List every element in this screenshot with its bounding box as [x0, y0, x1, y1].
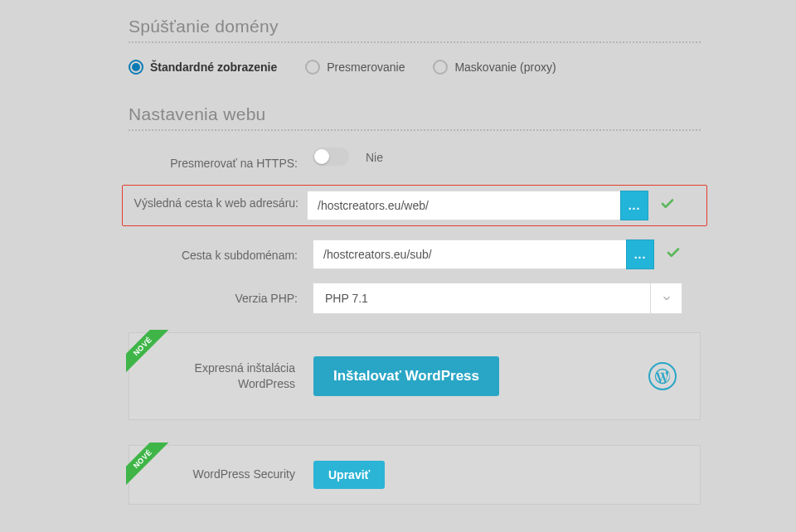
radio-mask[interactable]: Maskovanie (proxy): [433, 60, 556, 75]
row-php-version: Verzia PHP: PHP 7.1: [129, 283, 701, 314]
divider: [129, 41, 701, 43]
https-toggle[interactable]: [313, 148, 349, 166]
label-https: Presmerovať na HTTPS:: [129, 148, 313, 172]
box-wp-security: NOVÉ WordPress Security Upraviť: [129, 445, 701, 505]
divider: [129, 129, 701, 131]
radio-bullet-icon: [129, 60, 143, 75]
sub-path-input[interactable]: [313, 239, 626, 269]
web-path-input[interactable]: [307, 191, 620, 220]
row-https: Presmerovať na HTTPS: Nie: [129, 148, 701, 172]
radio-label: Presmerovanie: [327, 60, 405, 74]
install-wordpress-button[interactable]: Inštalovať WordPress: [313, 356, 499, 396]
label-wp-install: Expresná inštalácia WordPress: [153, 360, 313, 392]
wp-security-edit-button[interactable]: Upraviť: [313, 461, 385, 489]
check-icon: [655, 196, 675, 214]
sub-path-browse-button[interactable]: ...: [626, 239, 654, 269]
radio-bullet-icon: [305, 60, 320, 75]
box-wp-install: NOVÉ Expresná inštalácia WordPress Inšta…: [129, 332, 701, 420]
php-version-select[interactable]: PHP 7.1: [313, 283, 682, 314]
section-title-websettings: Nastavenia webu: [129, 104, 701, 124]
radio-bullet-icon: [433, 60, 448, 75]
check-icon: [661, 245, 681, 263]
label-php: Verzia PHP:: [129, 283, 313, 307]
ribbon-new: NOVÉ: [126, 330, 172, 376]
radio-standard[interactable]: Štandardné zobrazenie: [129, 60, 277, 75]
radio-label: Štandardné zobrazenie: [150, 60, 277, 74]
label-sub-path: Cesta k subdoménam:: [129, 239, 313, 264]
radio-redirect[interactable]: Presmerovanie: [305, 60, 405, 75]
ribbon-new: NOVÉ: [126, 443, 172, 489]
row-sub-path: Cesta k subdoménam: ...: [129, 239, 701, 269]
sub-path-inputgroup: ...: [313, 239, 654, 269]
web-path-browse-button[interactable]: ...: [620, 191, 648, 220]
web-path-inputgroup: ...: [307, 191, 648, 220]
radio-label: Maskovanie (proxy): [454, 60, 556, 74]
wordpress-icon: [648, 362, 677, 390]
php-version-value: PHP 7.1: [313, 292, 650, 305]
section-title-domain: Spúšťanie domény: [129, 17, 701, 36]
row-web-path-highlight: Výsledná cesta k web adresáru: ...: [122, 185, 707, 226]
display-mode-radios: Štandardné zobrazenie Presmerovanie Mask…: [129, 60, 701, 75]
https-toggle-state: Nie: [366, 149, 383, 164]
chevron-down-icon: [650, 283, 682, 313]
label-wp-security: WordPress Security: [153, 467, 313, 482]
label-web-path: Výsledná cesta k web adresáru:: [129, 191, 307, 211]
